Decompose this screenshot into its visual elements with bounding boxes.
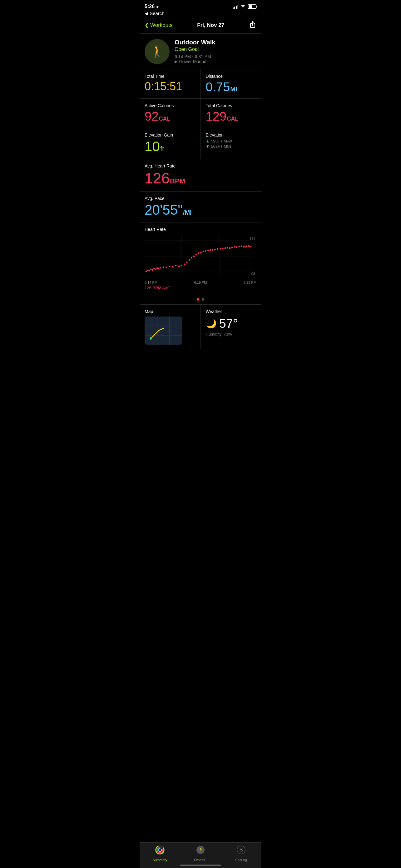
svg-point-8 xyxy=(150,269,152,270)
search-back-text[interactable]: ◀ Search xyxy=(144,11,165,16)
chart-avg-label: 126 BPM AVG xyxy=(144,284,257,294)
weather-section: Weather 🌙 57° Humidity: 73% xyxy=(201,305,262,349)
elevation-gain-value: 10 ft xyxy=(144,139,196,154)
total-time-cell: Total Time 0:15:51 xyxy=(140,69,201,98)
map-section[interactable]: Map xyxy=(140,305,201,349)
status-icons xyxy=(233,4,257,9)
svg-point-37 xyxy=(220,248,222,250)
avg-pace-section: Avg. Pace 20'55" /MI xyxy=(140,191,261,222)
active-calories-cell: Active Calories 92 CAL xyxy=(140,99,201,128)
svg-rect-51 xyxy=(144,316,182,345)
distance-unit: MI xyxy=(230,86,237,93)
elevation-label: Elevation xyxy=(206,132,257,137)
workout-name: Outdoor Walk xyxy=(175,39,257,46)
elevation-max-item: ▲ 598FT MAX xyxy=(206,139,257,144)
wifi-icon xyxy=(240,4,246,9)
svg-point-49 xyxy=(248,245,249,247)
battery-indicator xyxy=(248,4,257,9)
svg-point-32 xyxy=(207,250,209,251)
signal-bar-3 xyxy=(236,6,237,9)
heart-rate-chart-title: Heart Rate xyxy=(144,227,257,232)
svg-point-21 xyxy=(181,265,182,267)
active-calories-value: 92 CAL xyxy=(144,110,196,123)
status-bar: 5:26 ► xyxy=(140,0,261,11)
map-thumbnail[interactable] xyxy=(144,316,182,345)
time-display: 5:26 xyxy=(144,4,155,9)
svg-point-45 xyxy=(239,246,240,247)
svg-point-7 xyxy=(149,270,150,272)
chart-label-start: 6:14 PM xyxy=(144,281,157,284)
map-background xyxy=(144,316,182,345)
total-calories-unit: CAL xyxy=(227,116,238,122)
weather-title: Weather xyxy=(206,309,257,314)
svg-point-35 xyxy=(214,249,216,250)
svg-point-33 xyxy=(209,249,211,251)
weather-sub-label: Humidity: 73% xyxy=(206,332,257,337)
svg-point-9 xyxy=(152,269,153,271)
svg-point-27 xyxy=(196,254,197,256)
chart-y-max-label: 144 xyxy=(249,237,255,241)
total-time-value: 0:15:51 xyxy=(144,80,196,93)
avg-pace-value: 20'55" /MI xyxy=(144,202,257,218)
pagination-dot-1[interactable] xyxy=(197,298,199,301)
signal-bar-4 xyxy=(237,5,238,9)
svg-point-34 xyxy=(212,249,213,251)
elevation-max-value: 598FT MAX xyxy=(211,139,232,144)
elevation-min-value: 568FT MIN xyxy=(211,144,231,149)
avg-pace-label: Avg. Pace xyxy=(144,196,257,201)
svg-point-6 xyxy=(147,270,149,271)
svg-point-22 xyxy=(184,264,186,265)
elevation-values: ▲ 598FT MAX ▼ 568FT MIN xyxy=(206,139,257,149)
location-icon: ▶ xyxy=(175,59,177,64)
svg-point-47 xyxy=(243,246,245,248)
svg-point-16 xyxy=(166,267,167,269)
down-arrow-icon: ▼ xyxy=(206,144,210,149)
pagination-dot-2[interactable] xyxy=(202,298,204,301)
stats-row-elevation: Elevation Gain 10 ft Elevation ▲ 598FT M… xyxy=(140,128,261,159)
battery-fill xyxy=(248,5,252,8)
search-back-row: ◀ Search xyxy=(140,11,261,18)
nav-header: ❮ Workouts Fri, Nov 27 xyxy=(140,18,261,34)
svg-point-18 xyxy=(172,266,174,268)
moon-icon: 🌙 xyxy=(206,318,217,329)
stats-row-calories: Active Calories 92 CAL Total Calories 12… xyxy=(140,99,261,128)
map-weather-row: Map Weather 🌙 xyxy=(140,305,261,349)
nav-title: Fri, Nov 27 xyxy=(197,22,224,28)
avg-heart-rate-number: 126 xyxy=(144,170,170,187)
avg-heart-rate-value: 126 BPM xyxy=(144,170,257,187)
svg-point-15 xyxy=(163,267,164,268)
svg-point-28 xyxy=(198,252,200,254)
svg-point-13 xyxy=(158,268,160,270)
share-button[interactable] xyxy=(249,21,257,30)
signal-bar-2 xyxy=(234,6,235,9)
svg-point-11 xyxy=(155,269,157,270)
heart-rate-svg xyxy=(144,234,257,278)
stats-row-time-distance: Total Time 0:15:51 Distance 0.75 MI xyxy=(140,69,261,99)
active-calories-label: Active Calories xyxy=(144,103,196,108)
elevation-gain-unit: ft xyxy=(160,145,164,153)
svg-point-43 xyxy=(234,246,235,248)
distance-label: Distance xyxy=(206,74,257,79)
svg-point-44 xyxy=(236,247,238,248)
weather-degrees: 57° xyxy=(219,316,238,331)
svg-point-36 xyxy=(217,248,218,250)
map-title: Map xyxy=(144,309,196,314)
elevation-gain-number: 10 xyxy=(144,139,160,154)
avg-heart-rate-label: Avg. Heart Rate xyxy=(144,163,257,168)
svg-point-50 xyxy=(249,246,251,247)
workout-goal: Open Goal xyxy=(175,46,257,52)
svg-point-12 xyxy=(157,268,158,269)
signal-bar-1 xyxy=(233,7,234,9)
svg-point-25 xyxy=(191,257,192,259)
svg-point-48 xyxy=(245,246,247,247)
workout-location-name: Flower Mound xyxy=(179,59,206,64)
svg-point-26 xyxy=(193,256,195,257)
active-calories-number: 92 xyxy=(144,110,159,123)
elevation-gain-label: Elevation Gain xyxy=(144,132,196,137)
workout-info: Outdoor Walk Open Goal 6:14 PM - 6:31 PM… xyxy=(175,39,257,64)
active-calories-unit: CAL xyxy=(159,116,170,122)
svg-point-56 xyxy=(149,337,152,340)
status-time: 5:26 ► xyxy=(144,4,160,9)
svg-point-30 xyxy=(203,251,204,252)
nav-back-button[interactable]: ❮ Workouts xyxy=(144,22,173,28)
